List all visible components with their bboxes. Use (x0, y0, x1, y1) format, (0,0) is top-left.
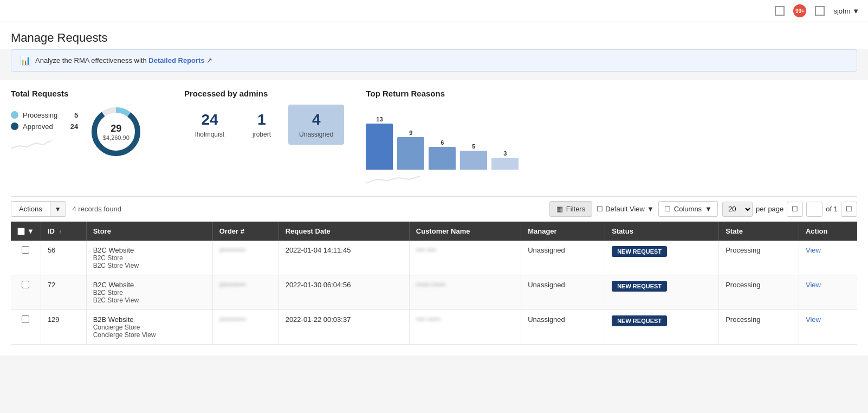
admin-num-0: 24 (195, 111, 224, 128)
window-icon[interactable] (775, 6, 785, 16)
external-link-icon: ↗ (206, 56, 212, 64)
row-action-1[interactable]: View (799, 275, 857, 310)
columns-icon: ☐ (664, 205, 671, 213)
row-order-2: #•••••••••• (212, 310, 278, 345)
row-customer-2: •••• •••••• (409, 310, 521, 345)
per-page-dropdown[interactable]: 2050100 (722, 202, 753, 217)
top-bar-right: 99+ sjohn ▼ (775, 4, 859, 17)
col-order[interactable]: Order # (212, 222, 278, 241)
row-date-1: 2022-01-30 06:04:56 (278, 275, 409, 310)
row-store-2: B2B Website Concierge Store Concierge St… (86, 310, 212, 345)
main-content: Total Requests Processing 5 Approved 24 (0, 80, 868, 356)
row-state-0: Processing (719, 241, 799, 275)
row-manager-2: Unassigned (521, 310, 605, 345)
col-id[interactable]: ID ↑ (41, 222, 86, 241)
row-manager-1: Unassigned (521, 275, 605, 310)
row-check-2[interactable] (22, 315, 29, 323)
col-request-date[interactable]: Request Date (278, 222, 409, 241)
col-checkbox: ▼ (11, 222, 41, 241)
prev-page-box[interactable]: ☐ (787, 202, 803, 217)
banner-icon: 📊 (20, 55, 31, 66)
expand-icon[interactable] (815, 6, 825, 16)
col-store[interactable]: Store (86, 222, 212, 241)
view-link-1[interactable]: View (806, 281, 821, 289)
page-title: Manage Requests (0, 22, 868, 49)
actions-dropdown[interactable]: Actions ▼ (11, 201, 66, 217)
banner: 📊 Analyze the RMA effectiveness with Det… (11, 49, 857, 72)
toolbar: Actions ▼ 4 records found ▦ Filters ☐ De… (11, 196, 857, 222)
processing-label: Processing (23, 111, 57, 119)
records-found: 4 records found (73, 205, 121, 213)
donut-total: 29 (103, 123, 129, 134)
processed-title: Processed by admins (184, 89, 344, 98)
filters-button[interactable]: ▦ Filters (549, 201, 592, 217)
row-customer-0: •••• •••• (409, 241, 521, 275)
view-link-0[interactable]: View (806, 246, 821, 254)
of-label: of 1 (826, 205, 838, 213)
detailed-reports-link[interactable]: Detailed Reports (148, 56, 204, 64)
view-select[interactable]: ☐ Default View ▼ (597, 205, 654, 213)
row-checkbox-0 (11, 241, 41, 275)
row-status-1: NEW REQUEST (605, 275, 719, 310)
row-check-1[interactable] (22, 281, 29, 288)
bar-group-0: 13 (366, 116, 393, 170)
filter-label: Filters (566, 205, 585, 213)
approved-label: Approved (23, 122, 53, 131)
view-arrow-icon: ▼ (647, 205, 654, 213)
row-store-1: B2C Website B2C Store B2C Store View (86, 275, 212, 310)
donut-amount: $4,260.90 (103, 134, 129, 141)
admin-name-0: lholmquist (195, 131, 224, 138)
row-status-0: NEW REQUEST (605, 241, 719, 275)
columns-label: Columns (674, 205, 702, 213)
bar-1 (397, 137, 424, 170)
col-manager[interactable]: Manager (521, 222, 605, 241)
col-state[interactable]: State (719, 222, 799, 241)
col-customer-name[interactable]: Customer Name (409, 222, 521, 241)
top-return-title: Top Return Reasons (366, 89, 857, 98)
table-row: 56 B2C Website B2C Store B2C Store View … (11, 241, 857, 275)
admin-card-unassigned: 4 Unassigned (288, 105, 344, 145)
columns-arrow-icon: ▼ (705, 205, 712, 213)
col-status[interactable]: Status (605, 222, 719, 241)
processed-by-admins: Processed by admins 24 lholmquist 1 jrob… (184, 89, 344, 145)
return-sparkline (366, 170, 420, 186)
requests-table: ▼ ID ↑ Store Order # Request Date Custom… (11, 222, 857, 345)
select-all-checkbox[interactable] (17, 228, 25, 235)
pagination: 2050100 per page ☐ of 1 ☐ (722, 202, 857, 217)
bar-4 (491, 158, 519, 170)
actions-arrow-icon[interactable]: ▼ (50, 202, 66, 216)
bar-3 (460, 151, 487, 170)
notification-icon[interactable]: 99+ (793, 4, 806, 17)
row-action-0[interactable]: View (799, 241, 857, 275)
donut-container: Processing 5 Approved 24 (11, 105, 163, 159)
page-number-box[interactable] (806, 202, 822, 217)
bar-group-1: 9 (397, 130, 424, 170)
sort-id-icon: ↑ (59, 229, 62, 235)
row-id-0: 56 (41, 241, 86, 275)
top-bar: 99+ sjohn ▼ (0, 0, 868, 22)
row-checkbox-1 (11, 275, 41, 310)
username[interactable]: sjohn ▼ (833, 7, 859, 15)
col-action: Action (799, 222, 857, 241)
row-customer-1: •••••• •••••• (409, 275, 521, 310)
row-state-1: Processing (719, 275, 799, 310)
per-page-select[interactable]: 2050100 (722, 202, 753, 217)
columns-button[interactable]: ☐ Columns ▼ (658, 201, 718, 217)
bar-label-3: 5 (472, 143, 475, 150)
row-order-0: #•••••••••• (212, 241, 278, 275)
row-id-2: 129 (41, 310, 86, 345)
row-action-2[interactable]: View (799, 310, 857, 345)
view-link-2[interactable]: View (806, 315, 821, 324)
bar-group-2: 6 (429, 139, 456, 170)
total-requests-title: Total Requests (11, 89, 163, 98)
bar-label-0: 13 (376, 116, 383, 122)
next-page-box[interactable]: ☐ (841, 202, 857, 217)
view-checkbox[interactable]: ☐ (597, 205, 603, 213)
admin-num-1: 1 (252, 111, 271, 128)
table-row: 129 B2B Website Concierge Store Concierg… (11, 310, 857, 345)
admin-card-jrobert: 1 jrobert (242, 105, 282, 145)
row-check-0[interactable] (22, 246, 29, 254)
bar-chart: 13 9 6 5 3 (366, 105, 857, 170)
top-return-section: Top Return Reasons 13 9 6 5 (366, 89, 857, 188)
sparkline-chart (11, 135, 54, 151)
